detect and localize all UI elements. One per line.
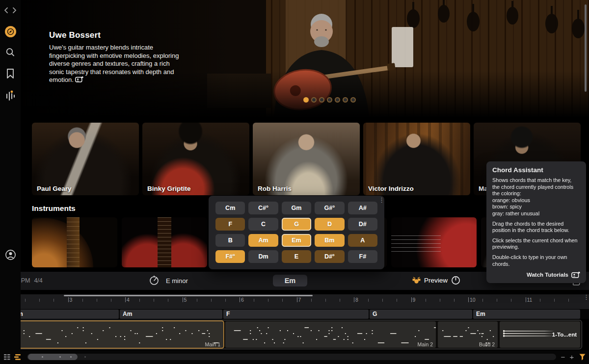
- bar-number: 3: [70, 297, 73, 303]
- carousel-dot[interactable]: [311, 97, 317, 103]
- bar-number: 10: [470, 297, 476, 303]
- chord-segment-Em[interactable]: Em: [473, 310, 580, 319]
- key-display[interactable]: E minor: [166, 277, 188, 285]
- chord-chip-D#[interactable]: D#: [348, 218, 377, 231]
- region-Main-1[interactable]: Main 1: [11, 321, 223, 348]
- beat-tick: [340, 299, 340, 302]
- discover-compass-icon[interactable]: [5, 26, 16, 37]
- chord-chip-F[interactable]: F: [215, 218, 245, 231]
- palette-more-options-icon[interactable]: ⋮: [378, 199, 382, 201]
- catch-funnel-icon[interactable]: [579, 353, 586, 361]
- chord-chip-D#°[interactable]: D#°: [315, 250, 344, 263]
- nav-back-icon[interactable]: [0, 7, 21, 14]
- ruler-more-options-icon[interactable]: ⋮: [583, 296, 587, 298]
- chord-chip-Em[interactable]: Em: [282, 234, 311, 247]
- beat-tick: [197, 299, 197, 302]
- artist-card[interactable]: Victor Indrizzo: [363, 123, 470, 195]
- chord-chip-Gm[interactable]: Gm: [282, 202, 311, 214]
- instrument-card[interactable]: [122, 217, 207, 267]
- carousel-dot[interactable]: [350, 97, 356, 103]
- video-badge-icon[interactable]: [571, 272, 580, 278]
- list-view-icon[interactable]: [14, 354, 21, 360]
- bar-tick: [354, 297, 354, 302]
- region-name: Main 2: [417, 341, 433, 347]
- assistant-tip-drag: Drag the chords to the desired position …: [492, 221, 580, 234]
- chord-chip-F#[interactable]: F#: [348, 250, 377, 263]
- bar-tick: [68, 297, 69, 302]
- bar-tick: [183, 297, 183, 302]
- scroll-marker: [84, 356, 86, 358]
- chord-chip-A[interactable]: A: [348, 234, 377, 247]
- chord-grid: CmC#°GmG#°A#FCGDD#BAmEmBmAF#°DmED#°F#: [215, 202, 377, 263]
- watch-tutorials-link[interactable]: Watch Tutorials: [527, 272, 568, 279]
- carousel-dot[interactable]: [335, 97, 340, 103]
- zoom-in-button[interactable]: +: [568, 353, 575, 362]
- region-Build-2[interactable]: Build 2: [438, 321, 498, 348]
- chord-segment-G[interactable]: G: [370, 310, 472, 319]
- chord-chip-C[interactable]: C: [248, 218, 278, 231]
- chord-segment-Am[interactable]: Am: [120, 310, 222, 319]
- beat-tick: [382, 299, 383, 302]
- chord-chip-Cm[interactable]: Cm: [215, 202, 245, 214]
- chord-chip-Am[interactable]: Am: [248, 234, 278, 247]
- beat-tick: [25, 299, 26, 302]
- bar-tick: [125, 297, 126, 302]
- account-person-icon[interactable]: [0, 249, 21, 260]
- bar-tick: [526, 297, 526, 302]
- bookmark-icon[interactable]: [0, 68, 21, 79]
- count-in-clock-icon[interactable]: [451, 276, 460, 285]
- region-1-To-ent[interactable]: 1-To...ent: [500, 321, 580, 348]
- beat-tick: [282, 299, 283, 302]
- chord-segment-Em[interactable]: Em: [11, 310, 119, 319]
- carousel-dots: [303, 97, 356, 103]
- video-badge-icon[interactable]: [75, 77, 83, 82]
- carousel-dot[interactable]: [303, 97, 309, 103]
- beat-tick: [454, 299, 455, 302]
- chord-chip-A#[interactable]: A#: [348, 202, 377, 214]
- library-levels-icon[interactable]: [0, 90, 21, 102]
- chord-chip-G[interactable]: G: [282, 218, 311, 231]
- zoom-out-button[interactable]: −: [560, 353, 566, 362]
- assistant-tip-click: Click selects the current chord when pre…: [492, 237, 580, 251]
- vertical-scrollbar[interactable]: [585, 4, 587, 92]
- beat-tick: [511, 299, 511, 302]
- beat-tick: [540, 299, 540, 302]
- chord-assistant-panel: Chord Assistant Shows chords that match …: [486, 161, 586, 283]
- carousel-dot[interactable]: [319, 97, 324, 103]
- preview-button[interactable]: Preview: [412, 276, 460, 285]
- time-signature: 4/4: [34, 277, 42, 284]
- horizontal-scrollbar[interactable]: [27, 354, 556, 360]
- chord-chip-Dm[interactable]: Dm: [248, 250, 278, 263]
- metronome-icon[interactable]: [149, 275, 160, 286]
- chord-chip-G#°[interactable]: G#°: [315, 202, 344, 214]
- artist-card[interactable]: Binky Griptite: [142, 123, 249, 195]
- carousel-dot[interactable]: [327, 97, 332, 103]
- chord-chip-E[interactable]: E: [282, 250, 311, 263]
- chord-chip-C#°[interactable]: C#°: [248, 202, 278, 214]
- instrument-card[interactable]: [391, 217, 477, 267]
- beat-tick: [311, 299, 312, 302]
- chord-chip-Bm[interactable]: Bm: [315, 234, 344, 247]
- chord-segment-F[interactable]: F: [223, 310, 369, 319]
- bar-number: 8: [355, 297, 358, 303]
- chord-chip-F#°[interactable]: F#°: [215, 250, 245, 263]
- chord-chip-B[interactable]: B: [215, 234, 245, 247]
- beat-tick: [211, 299, 212, 302]
- grid-view-icon[interactable]: [4, 354, 10, 360]
- preview-drums-icon: [412, 277, 421, 284]
- search-icon[interactable]: [0, 47, 21, 58]
- bar-ruler[interactable]: ⋮ 234567891011: [0, 294, 589, 309]
- chord-assistant-intro: Shows chords that match the key, the cho…: [492, 177, 580, 197]
- instrument-card[interactable]: [32, 217, 117, 267]
- region-Main-2[interactable]: Main 2: [225, 321, 436, 348]
- artist-title: Uwe Bossert: [49, 30, 101, 40]
- bar-number: 4: [127, 297, 130, 303]
- artist-card[interactable]: Rob Harris: [253, 123, 360, 195]
- current-chord-button[interactable]: Em: [273, 275, 307, 286]
- cycle-range[interactable]: [64, 295, 313, 296]
- artist-card[interactable]: Paul Geary: [32, 123, 139, 195]
- chord-chip-D[interactable]: D: [315, 218, 344, 231]
- scrollbar-thumb[interactable]: [28, 354, 78, 360]
- carousel-dot[interactable]: [343, 97, 348, 103]
- region-name: Main 1: [205, 341, 220, 347]
